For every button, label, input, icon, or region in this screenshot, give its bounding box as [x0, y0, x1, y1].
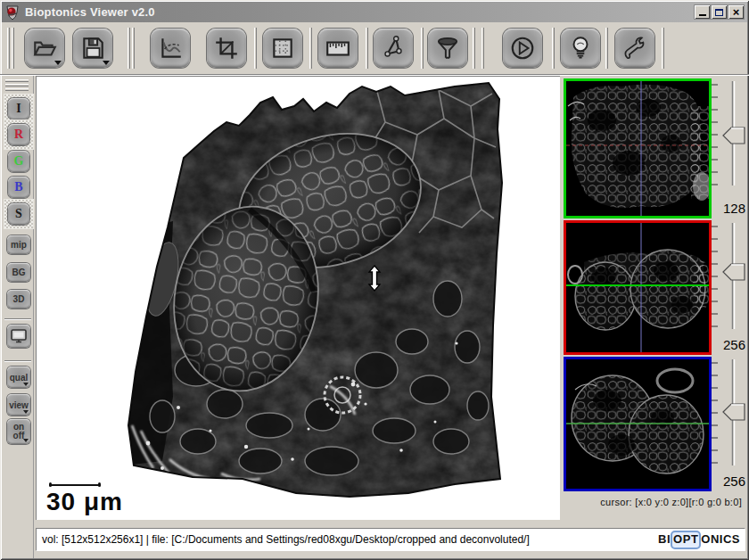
main-toolbar [2, 23, 747, 73]
slice-x-image [566, 359, 709, 489]
toolbar-handle[interactable] [7, 28, 10, 69]
toolbar-separator [552, 28, 555, 69]
open-folder-icon [31, 35, 58, 62]
slider-ticks [712, 363, 718, 463]
status-text: vol: [512x512x256x1] | file: [C:/Documen… [42, 533, 530, 546]
app-window: Bioptonics Viewer v2.0 × [0, 0, 749, 560]
slider-ticks [712, 85, 718, 185]
close-button[interactable]: × [728, 5, 744, 19]
sidebar-handle[interactable] [5, 88, 29, 91]
toolbar-handle[interactable] [12, 28, 14, 69]
sidebar-separator [4, 318, 31, 320]
toolbar-separator [132, 28, 135, 69]
light-button[interactable] [561, 29, 600, 68]
logo-prefix: BI [658, 532, 671, 546]
sidebar-handle[interactable] [5, 79, 29, 82]
channel-sidebar: I R G B S mip BG 3D qual view on [2, 76, 34, 558]
mip-button[interactable]: mip [7, 235, 30, 254]
curve-plot-icon [157, 35, 184, 62]
minimize-icon [699, 14, 706, 16]
dropdown-arrow-icon [23, 439, 29, 442]
slice-z-image [566, 81, 709, 216]
maximize-icon [715, 9, 723, 16]
sidebar-separator [4, 360, 31, 362]
crop-icon [213, 35, 240, 62]
intensity-curve-button[interactable] [151, 29, 190, 68]
slice-z-value: 128 [706, 201, 745, 217]
toolbar-separator [662, 28, 664, 69]
slider-thumb[interactable] [723, 264, 745, 280]
slider-ticks [712, 226, 718, 326]
slice-y-image [566, 223, 709, 352]
logo-boxed: OPT [671, 531, 701, 549]
display-button[interactable] [7, 325, 30, 348]
toolbar-separator [605, 28, 608, 69]
crop-button[interactable] [207, 29, 246, 68]
view-dropdown[interactable]: view [7, 394, 30, 416]
toolbar-separator [421, 28, 424, 69]
play-button[interactable] [503, 29, 542, 68]
toolbar-separator [366, 28, 368, 69]
volume-render[interactable] [36, 76, 560, 520]
play-icon [509, 35, 536, 62]
slice-y-value: 256 [706, 337, 745, 353]
toolbar-separator [473, 28, 475, 69]
save-button[interactable] [73, 29, 112, 68]
slider-thumb[interactable] [723, 128, 745, 144]
slice-grid-button[interactable] [263, 29, 302, 68]
channel-s-button[interactable]: S [8, 203, 29, 225]
channel-b-button[interactable]: B [8, 177, 29, 198]
slider-thumb[interactable] [723, 404, 745, 420]
cursor-readout: cursor: [x:0 y:0 z:0][r:0 g:0 b:0] [558, 497, 745, 507]
window-title: Bioptonics Viewer v2.0 [25, 5, 155, 19]
volume-viewport[interactable]: 30 μm [36, 76, 560, 520]
maximize-button[interactable] [712, 5, 727, 19]
slice-x-value: 256 [706, 474, 745, 490]
toolbar-separator [128, 28, 130, 69]
on-off-dropdown[interactable]: on off [7, 419, 30, 444]
settings-button[interactable] [615, 29, 654, 68]
filter-button[interactable] [428, 29, 467, 68]
scale-bar-label: 30 μm [46, 488, 123, 516]
angle-measure-button[interactable] [374, 29, 413, 68]
measure-button[interactable] [318, 29, 358, 68]
logo-suffix: ONICS [701, 532, 740, 546]
channel-g-button[interactable]: G [8, 151, 29, 172]
funnel-icon [434, 35, 461, 62]
channel-r-button[interactable]: R [8, 124, 29, 145]
slice-x-slider[interactable] [708, 357, 749, 491]
save-dropdown-icon [103, 61, 110, 65]
view-label: view [9, 400, 29, 410]
vertical-resize-cursor-icon [367, 264, 382, 292]
dropdown-arrow-icon [23, 383, 29, 386]
slice-y-slider[interactable] [708, 220, 749, 355]
channel-i-button[interactable]: I [8, 98, 29, 119]
scale-bar-cap [98, 482, 101, 487]
quality-dropdown[interactable]: qual [7, 366, 30, 388]
save-floppy-icon [79, 35, 106, 62]
toolbar-separator [309, 28, 312, 69]
bg-button[interactable]: BG [7, 263, 30, 282]
angle-icon [380, 35, 407, 62]
slice-view-x[interactable] [564, 357, 712, 491]
quality-label: qual [10, 373, 29, 383]
slice-z-slider[interactable] [708, 78, 749, 218]
open-button[interactable] [25, 29, 64, 68]
sidebar-handle[interactable] [5, 84, 29, 86]
toolbar-separator [254, 28, 257, 69]
title-bar: Bioptonics Viewer v2.0 × [2, 2, 747, 22]
dropdown-arrow-icon [23, 410, 29, 414]
open-dropdown-icon [54, 61, 62, 65]
close-icon: × [733, 7, 740, 18]
monitor-icon [10, 328, 28, 344]
slice-view-y[interactable] [564, 220, 712, 355]
ruler-icon [325, 35, 351, 62]
wrench-icon [621, 35, 648, 62]
toolbar-separator [482, 28, 484, 69]
bulb-icon [567, 35, 594, 62]
scale-bar [51, 484, 99, 486]
3d-button[interactable]: 3D [7, 290, 30, 309]
grid-icon [269, 35, 296, 62]
slice-view-z[interactable] [564, 78, 712, 218]
minimize-button[interactable] [695, 5, 710, 19]
